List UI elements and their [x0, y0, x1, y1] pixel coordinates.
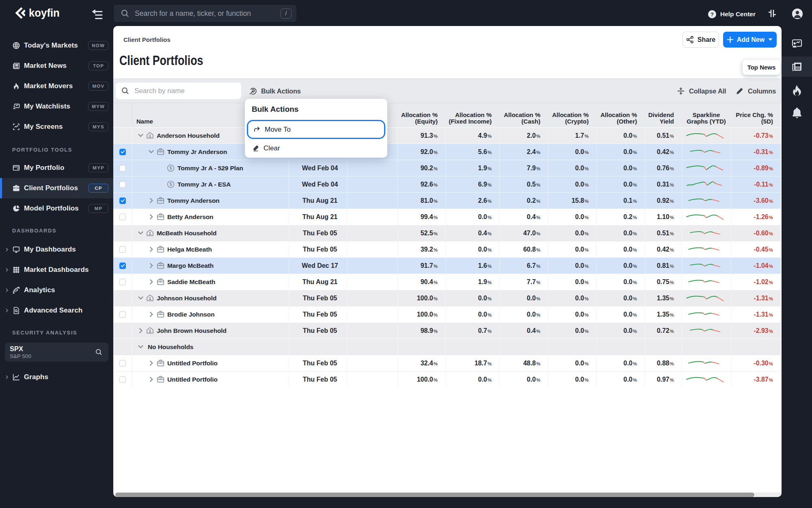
svg-text:$: $ — [169, 182, 172, 187]
svg-text:?: ? — [710, 11, 714, 17]
svg-text:$: $ — [169, 165, 172, 170]
